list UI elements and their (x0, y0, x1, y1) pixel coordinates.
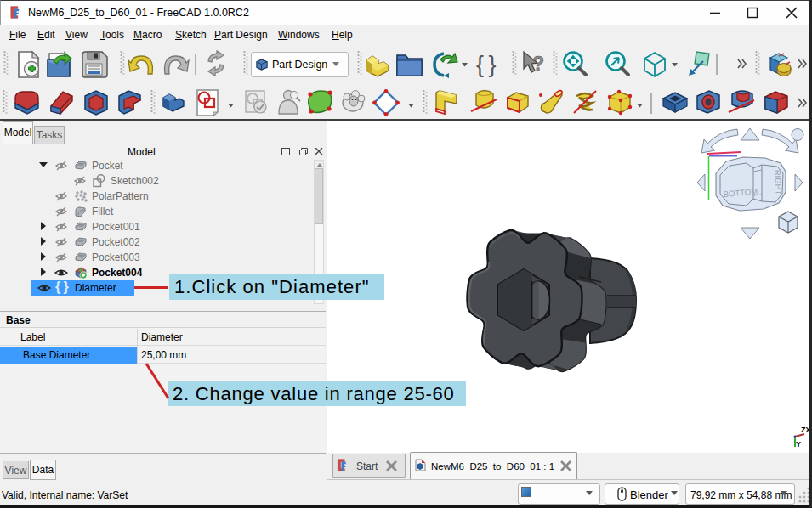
svg-text:Y: Y (796, 440, 801, 449)
svg-text:{ }: { } (476, 52, 496, 77)
svg-text:ZX: ZX (801, 426, 809, 434)
svg-text:?: ? (532, 53, 544, 75)
svg-text:RIGHT: RIGHT (773, 170, 784, 195)
